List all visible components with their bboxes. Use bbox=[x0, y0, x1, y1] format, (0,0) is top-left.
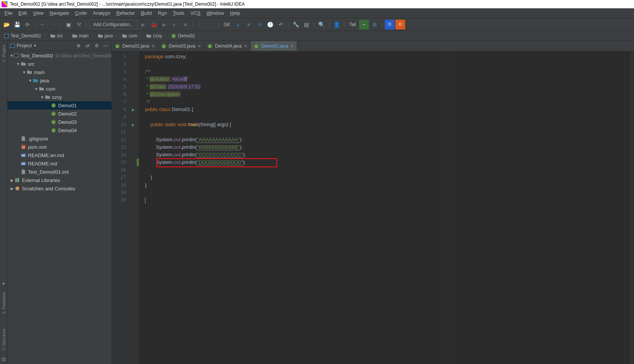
tree-row[interactable]: ▼Test_Demo002G:\idea arc\Test_Demo002 bbox=[8, 51, 111, 60]
tree-twisty-icon[interactable]: ▼ bbox=[40, 95, 45, 99]
tree-twisty-icon[interactable]: ▼ bbox=[22, 70, 26, 74]
sync-icon[interactable]: ⟳ bbox=[23, 20, 32, 29]
back-icon[interactable]: ← bbox=[38, 20, 48, 29]
tab-favorites[interactable]: 2: Favorites bbox=[1, 288, 7, 318]
close-tab-icon[interactable]: ✕ bbox=[290, 44, 294, 49]
profile-icon[interactable]: ⏵ bbox=[170, 20, 180, 29]
menu-window[interactable]: Window bbox=[204, 9, 227, 17]
coverage-icon[interactable]: ▶ bbox=[159, 20, 169, 29]
avatar-icon[interactable]: 👤 bbox=[332, 20, 342, 29]
editor-tab[interactable]: Demo02.java✕ bbox=[112, 41, 158, 51]
breadcrumb-item[interactable]: com bbox=[120, 33, 139, 39]
tab-structure[interactable]: 7: Structure bbox=[1, 325, 7, 354]
build-icon[interactable]: ▣ bbox=[63, 20, 73, 29]
git-update-icon[interactable]: ↙ bbox=[234, 20, 244, 29]
menu-tools[interactable]: Tools bbox=[170, 9, 187, 17]
tree-row[interactable]: ▼main bbox=[8, 68, 111, 76]
editor-tab[interactable]: Demo04.java✕ bbox=[204, 41, 251, 51]
windows-icon[interactable]: ▤ bbox=[2, 354, 6, 364]
caret bbox=[145, 197, 145, 204]
locate-icon[interactable]: ⊕ bbox=[75, 42, 82, 49]
tail-status-icon[interactable]: ~ bbox=[359, 20, 369, 29]
menu-help[interactable]: Help bbox=[227, 9, 243, 17]
tab-project[interactable]: 1: Project bbox=[1, 41, 7, 66]
settings-gear-icon[interactable]: ⚙ bbox=[93, 42, 100, 49]
expand-icon[interactable]: ⇄ bbox=[84, 42, 91, 49]
menu-refactor[interactable]: Refactor bbox=[113, 9, 138, 17]
menu-vcs[interactable]: VCS bbox=[187, 9, 204, 17]
tree-row[interactable]: ▼src bbox=[8, 60, 111, 68]
tail-stop-icon[interactable]: ⊘ bbox=[370, 20, 379, 29]
git-commit-icon[interactable]: ✔ bbox=[244, 20, 254, 29]
breadcrumb-item[interactable]: java bbox=[96, 33, 114, 39]
breadcrumb-item[interactable]: src bbox=[49, 33, 65, 39]
tree-label: Test_Demo001.iml bbox=[28, 169, 69, 175]
forward-icon[interactable]: → bbox=[48, 20, 58, 29]
tree-twisty-icon[interactable]: ▼ bbox=[28, 79, 32, 83]
menu-code[interactable]: Code bbox=[72, 9, 90, 17]
menu-analyze[interactable]: Analyze bbox=[90, 9, 113, 17]
open-icon[interactable]: 📂 bbox=[2, 20, 11, 29]
tree-row[interactable]: Test_Demo001.iml bbox=[8, 168, 111, 176]
run-icon[interactable]: ▶ bbox=[138, 20, 148, 29]
app-logo-icon bbox=[2, 1, 8, 7]
ext-blue-icon[interactable]: O bbox=[385, 20, 395, 29]
editor-body[interactable]: 1234567891011121314151617181920 ▶▶ packa… bbox=[112, 51, 634, 364]
structure-icon[interactable]: ▤ bbox=[302, 20, 312, 29]
tree-row[interactable]: ▼czxy bbox=[8, 93, 111, 101]
tree-row[interactable]: ▼java bbox=[8, 76, 111, 85]
tree-row[interactable]: pom.xml bbox=[8, 143, 111, 151]
ext-orange-icon[interactable]: O bbox=[395, 20, 405, 29]
menu-view[interactable]: View bbox=[30, 9, 46, 17]
tree-row[interactable]: README.md bbox=[8, 159, 111, 168]
project-view-selector[interactable]: Project ▼ bbox=[10, 43, 37, 48]
hammer-icon[interactable]: ⚒ bbox=[74, 20, 84, 29]
attach-icon[interactable]: ⬚ bbox=[196, 20, 205, 29]
menu-build[interactable]: Build bbox=[138, 9, 155, 17]
tree-row[interactable]: ▼com bbox=[8, 85, 111, 93]
tree-row[interactable]: ▶Scratches and Consoles bbox=[8, 184, 111, 193]
tree-row[interactable]: .gitignore bbox=[8, 134, 111, 143]
tree-label: src bbox=[28, 61, 34, 67]
menu-file[interactable]: File bbox=[2, 9, 15, 17]
tree-twisty-icon[interactable]: ▶ bbox=[10, 187, 14, 191]
editor-tab[interactable]: Demo01.java✕ bbox=[251, 41, 297, 51]
tree-row[interactable]: Demo04 bbox=[8, 126, 111, 134]
tree-twisty-icon[interactable]: ▼ bbox=[16, 62, 20, 66]
tree-twisty-icon[interactable]: ▼ bbox=[34, 87, 39, 91]
project-tree[interactable]: ▼Test_Demo002G:\idea arc\Test_Demo002▼sr… bbox=[8, 51, 111, 364]
stop-icon[interactable]: ■ bbox=[180, 20, 190, 29]
scroll-map[interactable] bbox=[629, 51, 634, 364]
close-tab-icon[interactable]: ✕ bbox=[151, 44, 155, 49]
attach2-icon[interactable]: ⬚ bbox=[206, 20, 216, 29]
breadcrumb-item[interactable]: Test_Demo002 bbox=[2, 33, 43, 39]
hide-icon[interactable]: — bbox=[102, 42, 109, 49]
debug-icon[interactable]: 🐞 bbox=[149, 20, 159, 29]
favorites-star-icon: ★ bbox=[2, 279, 6, 288]
tree-row[interactable]: Demo03 bbox=[8, 118, 111, 126]
tail-label: Tail bbox=[347, 20, 358, 29]
tree-row[interactable]: Demo01 bbox=[8, 101, 111, 110]
tree-twisty-icon[interactable]: ▶ bbox=[10, 178, 14, 182]
tree-row[interactable]: ▶External Libraries bbox=[8, 176, 111, 184]
git-revert-icon[interactable]: ↶ bbox=[276, 20, 286, 29]
editor-tab[interactable]: Demo03.java✕ bbox=[158, 41, 205, 51]
breadcrumb-item[interactable]: Demo01 bbox=[170, 33, 196, 39]
save-icon[interactable]: 💾 bbox=[12, 20, 22, 29]
settings-icon[interactable]: 🔧 bbox=[291, 20, 301, 29]
git-history-icon[interactable]: 🕐 bbox=[265, 20, 275, 29]
code-area[interactable]: package com.czxy; /** * @Author: Alice圈 … bbox=[139, 51, 629, 364]
breadcrumb-item[interactable]: czxy bbox=[145, 33, 164, 39]
breadcrumb-item[interactable]: main bbox=[71, 33, 90, 39]
close-tab-icon[interactable]: ✕ bbox=[244, 44, 247, 49]
menu-edit[interactable]: Edit bbox=[15, 9, 30, 17]
run-config-dropdown[interactable]: Add Configuration... bbox=[89, 20, 137, 29]
search-icon[interactable]: 🔍 bbox=[317, 20, 327, 29]
tree-row[interactable]: README.en.md bbox=[8, 151, 111, 159]
tree-row[interactable]: Demo02 bbox=[8, 110, 111, 118]
menu-navigate[interactable]: Navigate bbox=[46, 9, 72, 17]
menu-run[interactable]: Run bbox=[155, 9, 170, 17]
git-compare-icon[interactable]: ⤱ bbox=[255, 20, 265, 29]
tree-twisty-icon[interactable]: ▼ bbox=[10, 54, 14, 58]
close-tab-icon[interactable]: ✕ bbox=[197, 44, 201, 49]
